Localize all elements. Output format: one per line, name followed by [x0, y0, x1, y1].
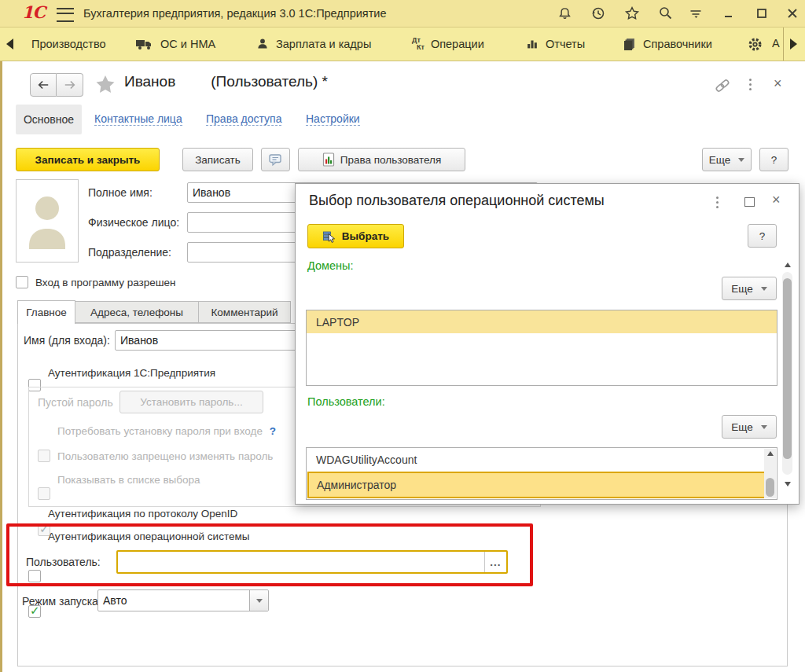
- dialog-scrollbar[interactable]: [781, 263, 793, 487]
- auth-1c-label: Аутентификация 1С:Предприятия: [48, 367, 215, 379]
- physical-person-label: Физическое лицо:: [88, 216, 179, 229]
- favorites-star-icon[interactable]: [621, 3, 643, 24]
- login-allowed-checkbox[interactable]: [16, 276, 28, 288]
- forbid-change-password-label: Пользователю запрещено изменять пароль: [57, 450, 273, 462]
- nav-item-reports[interactable]: Отчеты: [525, 28, 585, 61]
- nav-forward-icon[interactable]: [790, 39, 797, 50]
- close-window-icon[interactable]: [781, 3, 803, 24]
- set-password-label: Установить пароль...: [140, 396, 242, 408]
- nav-item-label: Отчеты: [546, 38, 585, 50]
- nav-item-label: Операции: [431, 38, 484, 50]
- scroll-up-icon[interactable]: [785, 263, 791, 267]
- truck-icon: [135, 37, 154, 51]
- copy-link-icon[interactable]: [714, 78, 731, 94]
- nav-item-label: Производство: [31, 38, 106, 50]
- nav-item-salary-hr[interactable]: Зарплата и кадры: [255, 28, 371, 61]
- help-button[interactable]: ?: [759, 148, 788, 171]
- dialog-help-label: ?: [759, 230, 766, 242]
- domains-list[interactable]: LAPTOP: [306, 310, 777, 386]
- report-document-icon: [322, 152, 335, 167]
- nav-item-production[interactable]: Производство: [31, 28, 106, 61]
- save-and-close-button[interactable]: Записать и закрыть: [16, 148, 160, 171]
- tab-access-rights[interactable]: Права доступа: [206, 112, 281, 126]
- form-more-kebab-icon[interactable]: [749, 79, 752, 90]
- maximize-window-icon[interactable]: [751, 3, 773, 24]
- require-password-checkbox[interactable]: [38, 450, 50, 462]
- main-menu-icon[interactable]: [57, 8, 74, 22]
- scrollbar-thumb[interactable]: [766, 478, 774, 497]
- os-auth-label: Аутентификация операционной системы: [48, 531, 249, 542]
- launch-mode-dropdown-button[interactable]: [249, 590, 268, 611]
- scroll-up-icon[interactable]: [767, 451, 774, 456]
- favorite-star-icon[interactable]: [94, 74, 116, 95]
- dialog-more-kebab-icon[interactable]: [716, 196, 719, 208]
- scroll-down-icon[interactable]: [785, 482, 791, 487]
- dialog-select-button[interactable]: Выбрать: [307, 224, 404, 248]
- form-close-icon[interactable]: ×: [774, 77, 782, 90]
- nav-settings-gear-icon[interactable]: [747, 36, 763, 53]
- back-button[interactable]: [30, 73, 57, 97]
- scrollbar-thumb[interactable]: [783, 278, 792, 459]
- form-more-button[interactable]: Еще: [702, 148, 752, 171]
- avatar-silhouette-icon: [22, 186, 72, 255]
- os-user-select-button[interactable]: ...: [484, 552, 506, 572]
- users-list[interactable]: WDAGUtilityAccount Администратор: [306, 447, 777, 500]
- os-auth-checkbox[interactable]: [28, 605, 41, 618]
- os-user-label: Пользователь:: [26, 556, 101, 568]
- select-layers-icon: [322, 230, 336, 243]
- domain-row-laptop[interactable]: LAPTOP: [307, 310, 777, 333]
- dialog-maximize-icon[interactable]: [744, 197, 755, 207]
- history-nav-buttons: [30, 73, 83, 97]
- form-title: Иванов (Пользователь) *: [124, 73, 328, 90]
- chevron-down-icon: [256, 599, 263, 603]
- notifications-bell-icon[interactable]: [553, 3, 575, 24]
- os-user-selection-dialog: Выбор пользователя операционной системы …: [295, 183, 799, 505]
- require-password-text: Потребовать установку пароля при входе: [57, 425, 263, 437]
- nav-item-label: Справочники: [643, 38, 712, 50]
- os-user-field: ...: [116, 550, 508, 574]
- inner-tab-addresses[interactable]: Адреса, телефоны: [75, 301, 199, 323]
- require-password-label: Потребовать установку пароля при входе ?: [57, 425, 276, 437]
- nav-item-administration-clipped[interactable]: А: [772, 37, 781, 53]
- launch-mode-combobox[interactable]: Авто: [97, 589, 269, 611]
- save-and-close-label: Записать и закрыть: [35, 154, 141, 166]
- nav-item-operations[interactable]: Дт Кт Операции: [412, 28, 484, 61]
- login-allowed-label: Вход в программу разрешен: [35, 277, 176, 288]
- dialog-help-button[interactable]: ?: [748, 224, 777, 248]
- inner-tab-main[interactable]: Главное: [17, 300, 75, 324]
- user-rights-button[interactable]: Права пользователя: [298, 148, 465, 171]
- dialog-close-icon[interactable]: ×: [772, 193, 781, 206]
- password-help-link[interactable]: ?: [270, 425, 276, 437]
- tab-main[interactable]: Основное: [16, 105, 82, 134]
- user-row-administrator-selected[interactable]: Администратор: [307, 472, 766, 498]
- user-row-wdag[interactable]: WDAGUtilityAccount: [307, 448, 763, 471]
- tab-settings[interactable]: Настройки: [306, 112, 360, 126]
- users-list-scrollbar[interactable]: [764, 449, 776, 498]
- nav-item-os-nma[interactable]: ОС и НМА: [135, 28, 215, 61]
- tab-contact-persons[interactable]: Контактные лица: [94, 112, 182, 126]
- search-icon[interactable]: [655, 3, 677, 24]
- books-icon: [621, 36, 637, 52]
- nav-item-label: ОС и НМА: [160, 38, 215, 50]
- users-more-button[interactable]: Еще: [722, 415, 777, 439]
- os-user-input[interactable]: [118, 552, 484, 572]
- save-button[interactable]: Записать: [182, 148, 253, 171]
- scrollbar-track[interactable]: [782, 272, 792, 475]
- service-menu-icon[interactable]: [685, 3, 707, 24]
- 1c-application-window: 1С Бухгалтерия предприятия, редакция 3.0…: [0, 0, 805, 672]
- nav-item-directories[interactable]: Справочники: [621, 28, 712, 61]
- minimize-window-icon[interactable]: [718, 3, 740, 24]
- set-password-button[interactable]: Установить пароль...: [119, 391, 263, 413]
- inner-tab-comment[interactable]: Комментарий: [198, 301, 291, 323]
- domains-more-button[interactable]: Еще: [722, 277, 777, 300]
- history-icon[interactable]: [587, 3, 609, 24]
- forbid-change-password-checkbox[interactable]: [38, 487, 50, 500]
- empty-password-label: Пустой пароль: [38, 396, 113, 409]
- nav-back-icon[interactable]: [6, 39, 13, 50]
- launch-mode-value: Авто: [98, 590, 249, 611]
- user-avatar[interactable]: [16, 179, 79, 263]
- forward-button[interactable]: [57, 73, 83, 97]
- nav-item-label: Зарплата и кадры: [276, 38, 371, 50]
- more-label: Еще: [731, 421, 752, 433]
- discussion-button[interactable]: [261, 148, 290, 171]
